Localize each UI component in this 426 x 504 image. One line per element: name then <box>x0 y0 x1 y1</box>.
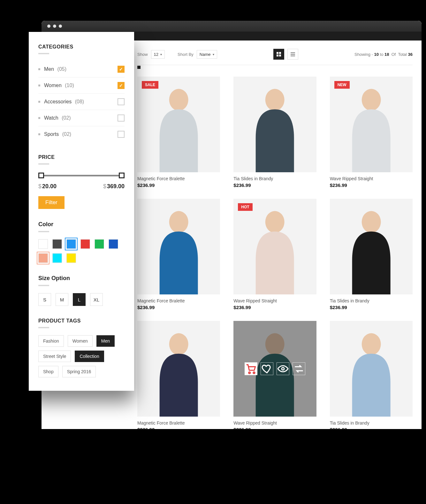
category-checkbox[interactable] <box>118 131 125 138</box>
showing-total-word: Total <box>398 52 407 57</box>
size-option[interactable]: XL <box>90 293 103 306</box>
category-label: Watch <box>44 115 58 121</box>
product-thumbnail[interactable] <box>137 321 220 417</box>
category-checkbox[interactable] <box>118 98 125 105</box>
product-title: Magnetic Force Bralette <box>137 298 220 303</box>
product-tag[interactable]: Spring 2016 <box>62 366 96 377</box>
product-tag[interactable]: Men <box>96 335 115 347</box>
category-item[interactable]: Watch (02) <box>38 110 125 126</box>
price-slider[interactable] <box>38 172 125 180</box>
color-swatch[interactable] <box>52 253 62 263</box>
show-select[interactable]: 12 ▾ <box>151 50 165 59</box>
category-checkbox[interactable] <box>118 115 125 122</box>
product-title: Wave Ripped Straight <box>233 298 316 303</box>
size-option[interactable]: S <box>38 293 51 306</box>
product-thumbnail[interactable] <box>330 199 413 294</box>
category-item[interactable]: Sports (02) <box>38 126 125 142</box>
categories-title: CATEGORIES <box>38 44 125 50</box>
showing-to-word: to <box>380 52 384 57</box>
product-thumbnail[interactable] <box>233 77 316 172</box>
color-swatch[interactable] <box>95 239 104 249</box>
svg-point-12 <box>361 89 381 111</box>
color-swatch[interactable] <box>38 253 48 263</box>
product-card[interactable]: Tia Slides in Brandy$236.99 <box>330 321 413 429</box>
product-price: $236.99 <box>233 182 316 188</box>
compare-button[interactable] <box>293 362 305 375</box>
sort-select[interactable]: Name ▾ <box>197 50 217 59</box>
product-card[interactable]: SALEMagnetic Force Bralette$236.99 <box>137 77 220 188</box>
svg-point-14 <box>169 211 188 233</box>
product-tag[interactable]: Street Style <box>38 351 71 362</box>
svg-point-24 <box>253 372 255 374</box>
product-thumbnail[interactable] <box>330 321 413 417</box>
category-item[interactable]: Women (10) <box>38 78 125 94</box>
filter-button[interactable]: Filter <box>38 196 65 209</box>
product-card[interactable]: Magnetic Force Bralette$236.99 <box>137 199 220 310</box>
product-card[interactable]: NEWWave Ripped Straight$236.99 <box>330 77 413 188</box>
product-grid: SALEMagnetic Force Bralette$236.99 Tia S… <box>137 77 413 429</box>
title-rule <box>38 327 49 328</box>
category-count: (08) <box>73 99 84 105</box>
product-card[interactable]: Magnetic Force Bralette$236.99 <box>137 321 220 429</box>
title-rule <box>38 163 49 165</box>
product-price: $236.99 <box>330 427 413 429</box>
color-swatch[interactable] <box>66 253 76 263</box>
slider-handle-min[interactable] <box>38 173 44 178</box>
product-tag[interactable]: Fashion <box>38 335 64 347</box>
product-card[interactable]: Tia Slides in Brandy$236.99 <box>330 199 413 310</box>
category-count: (02) <box>61 131 71 137</box>
color-title: Color <box>38 221 125 228</box>
showing-to: 18 <box>384 52 389 57</box>
product-thumbnail[interactable] <box>137 199 220 294</box>
color-swatch[interactable] <box>66 239 76 249</box>
svg-point-20 <box>169 333 188 355</box>
category-checkbox[interactable] <box>118 82 125 89</box>
color-swatch[interactable] <box>109 239 118 249</box>
grid-view-button[interactable] <box>273 49 284 60</box>
product-tag[interactable]: Women <box>68 335 93 347</box>
product-thumbnail[interactable]: HOT <box>233 199 316 294</box>
slider-handle-icon[interactable] <box>137 66 141 69</box>
product-thumbnail[interactable]: NEW <box>330 77 413 172</box>
product-thumbnail[interactable]: SALE <box>137 77 220 172</box>
showing-from: 10 <box>374 52 378 57</box>
wishlist-button[interactable] <box>261 362 273 375</box>
product-price: $236.99 <box>137 305 220 310</box>
price-max: $369.00 <box>103 183 125 190</box>
slider-track <box>38 175 125 176</box>
color-swatch[interactable] <box>52 239 62 249</box>
add-to-cart-button[interactable] <box>245 362 257 375</box>
svg-point-8 <box>169 89 188 111</box>
product-card[interactable]: Tia Slides in Brandy$236.99 <box>233 77 316 188</box>
showing-prefix: Showing - <box>354 52 373 57</box>
product-tags: FashionWomenMenStreet StyleCollectionSho… <box>38 335 125 377</box>
product-title: Magnetic Force Bralette <box>137 420 220 426</box>
sort-value: Name <box>200 52 211 57</box>
currency-symbol: $ <box>38 183 42 189</box>
product-tag[interactable]: Collection <box>75 351 104 362</box>
category-item[interactable]: Men (05) <box>38 61 125 78</box>
list-view-button[interactable] <box>287 49 298 60</box>
slider-handle-max[interactable] <box>119 173 125 178</box>
category-item[interactable]: Accessories (08) <box>38 94 125 110</box>
title-rule <box>38 53 49 54</box>
product-price: $236.99 <box>233 305 316 310</box>
quick-view-button[interactable] <box>277 362 289 375</box>
product-title: Tia Slides in Brandy <box>330 420 413 426</box>
product-tag[interactable]: Shop <box>38 366 58 377</box>
svg-rect-3 <box>279 55 281 56</box>
grid-icon <box>276 52 281 57</box>
bullet-icon <box>38 85 40 86</box>
size-option[interactable]: M <box>56 293 68 306</box>
svg-point-18 <box>361 211 381 233</box>
product-card[interactable]: Wave Ripped Straight$236.99 <box>233 321 316 429</box>
top-range-slider[interactable] <box>137 65 413 69</box>
product-card[interactable]: HOTWave Ripped Straight$236.99 <box>233 199 316 310</box>
product-thumbnail[interactable] <box>233 321 316 417</box>
title-rule <box>38 285 49 286</box>
color-swatch[interactable] <box>38 239 48 249</box>
color-swatch[interactable] <box>80 239 90 249</box>
size-option[interactable]: L <box>73 293 86 306</box>
category-checkbox[interactable] <box>118 66 125 73</box>
product-title: Magnetic Force Bralette <box>137 176 220 181</box>
